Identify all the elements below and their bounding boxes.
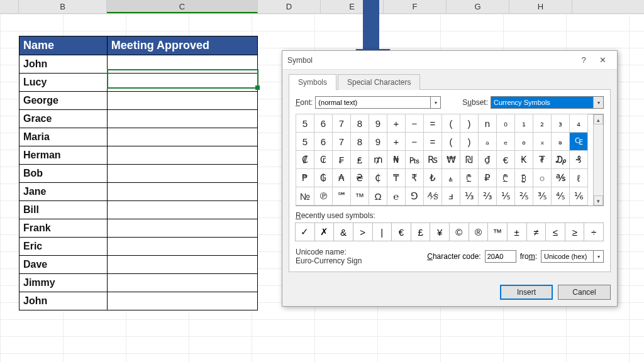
cell[interactable]: John bbox=[19, 292, 108, 310]
symbol-cell[interactable]: ₼ bbox=[441, 168, 460, 187]
col-F[interactable]: F bbox=[384, 0, 447, 13]
symbol-cell[interactable]: ⅖ bbox=[514, 187, 533, 206]
header-name[interactable]: Name bbox=[19, 36, 108, 55]
recent-symbol[interactable]: ÷ bbox=[584, 222, 604, 241]
symbol-cell[interactable]: ₮ bbox=[533, 150, 552, 169]
header-meeting[interactable]: Meeting Approved bbox=[107, 36, 257, 55]
symbol-cell[interactable]: − bbox=[405, 132, 424, 151]
symbol-cell[interactable]: ( bbox=[441, 114, 460, 133]
symbol-cell[interactable]: 9 bbox=[369, 114, 387, 133]
recent-symbol[interactable]: ¥ bbox=[430, 222, 450, 241]
cell[interactable]: John bbox=[19, 55, 108, 74]
symbol-cell[interactable]: + bbox=[387, 132, 406, 151]
symbol-cell[interactable]: 9 bbox=[369, 132, 387, 151]
from-select[interactable]: Unicode (hex) ▾ bbox=[541, 250, 604, 263]
symbol-cell[interactable]: + bbox=[387, 114, 406, 133]
cell[interactable] bbox=[107, 219, 257, 238]
dialog-titlebar[interactable]: Symbol ? ✕ bbox=[282, 51, 617, 70]
recent-symbol[interactable]: ® bbox=[469, 222, 489, 241]
cell[interactable] bbox=[107, 55, 257, 74]
cell[interactable]: Jimmy bbox=[19, 274, 108, 292]
symbol-cell[interactable]: ⅗ bbox=[533, 187, 552, 206]
symbol-cell[interactable]: ₫ bbox=[478, 150, 497, 169]
symbol-cell[interactable]: ₁ bbox=[514, 114, 533, 133]
table-row[interactable]: Jimmy bbox=[19, 274, 258, 292]
recent-symbol[interactable]: ± bbox=[507, 222, 527, 241]
subset-select[interactable]: Currency Symbols ▾ bbox=[491, 96, 604, 109]
symbol-cell[interactable]: ₃ bbox=[551, 114, 570, 133]
table-row[interactable]: John bbox=[19, 55, 258, 74]
cell[interactable] bbox=[107, 201, 257, 219]
scroll-down-icon[interactable]: ▾ bbox=[594, 195, 603, 206]
symbol-cell[interactable]: ₰ bbox=[569, 150, 588, 169]
symbol-cell[interactable]: ₽ bbox=[478, 168, 497, 187]
col-G[interactable]: G bbox=[447, 0, 509, 13]
cancel-button[interactable]: Cancel bbox=[558, 285, 611, 300]
cell[interactable] bbox=[107, 128, 257, 146]
table-row[interactable]: Eric bbox=[19, 238, 258, 256]
symbol-cell[interactable]: ₱ bbox=[296, 168, 314, 187]
symbol-cell[interactable]: ₳ bbox=[332, 168, 351, 187]
symbol-cell[interactable]: ( bbox=[441, 132, 460, 151]
recent-symbol[interactable]: & bbox=[333, 222, 353, 241]
cell[interactable]: Frank bbox=[19, 219, 108, 238]
symbol-cell[interactable]: ₔ bbox=[551, 132, 570, 151]
symbol-cell[interactable]: ₾ bbox=[460, 168, 479, 187]
recent-symbol[interactable]: ✓ bbox=[295, 222, 315, 241]
symbol-cell[interactable]: ₹ bbox=[405, 168, 424, 187]
symbol-cell[interactable]: ℮ bbox=[387, 187, 406, 206]
recent-symbol[interactable]: ≤ bbox=[545, 222, 565, 241]
symbol-cell[interactable]: ⅙ bbox=[569, 187, 588, 206]
symbol-cell[interactable]: ₩ bbox=[441, 150, 460, 169]
cell[interactable] bbox=[107, 146, 257, 165]
col-C[interactable]: C bbox=[107, 0, 258, 13]
symbol-cell[interactable]: ℠ bbox=[332, 187, 351, 206]
symbol-cell[interactable]: ₧ bbox=[405, 150, 424, 169]
table-row[interactable]: Herman bbox=[19, 146, 258, 165]
symbol-cell[interactable]: ) bbox=[460, 114, 479, 133]
symbol-cell[interactable]: ₵ bbox=[369, 168, 387, 187]
table-row[interactable]: George bbox=[19, 92, 258, 110]
symbol-cell[interactable]: ℓ bbox=[569, 168, 588, 187]
cell[interactable]: Maria bbox=[19, 128, 108, 146]
symbol-grid-scrollbar[interactable]: ▴ ▾ bbox=[593, 114, 603, 206]
cell[interactable] bbox=[107, 292, 257, 310]
cell[interactable] bbox=[107, 238, 257, 256]
symbol-cell[interactable]: 5 bbox=[296, 132, 314, 151]
symbol-cell[interactable]: 5 bbox=[296, 114, 314, 133]
symbol-cell[interactable]: ₀ bbox=[496, 114, 515, 133]
table-row[interactable]: Jane bbox=[19, 183, 258, 201]
symbol-cell[interactable]: ₐ bbox=[478, 132, 497, 151]
cell[interactable]: George bbox=[19, 92, 108, 110]
symbol-cell[interactable]: ₂ bbox=[533, 114, 552, 133]
cell[interactable]: Herman bbox=[19, 146, 108, 165]
symbol-cell[interactable]: 8 bbox=[350, 114, 369, 133]
insert-button[interactable]: Insert bbox=[500, 285, 553, 300]
symbol-cell[interactable]: ₲ bbox=[314, 168, 333, 187]
symbol-cell[interactable]: ⅔ bbox=[478, 187, 497, 206]
table-row[interactable]: Maria bbox=[19, 128, 258, 146]
table-row[interactable]: John bbox=[19, 292, 258, 310]
scroll-up-icon[interactable]: ▴ bbox=[594, 114, 603, 124]
symbol-cell[interactable]: ₭ bbox=[514, 150, 533, 169]
chevron-down-icon[interactable]: ▾ bbox=[430, 97, 440, 108]
symbol-cell[interactable]: 8 bbox=[350, 132, 369, 151]
chevron-down-icon[interactable]: ▾ bbox=[593, 251, 603, 262]
col-D[interactable]: D bbox=[258, 0, 321, 13]
symbol-cell[interactable]: ○ bbox=[533, 168, 552, 187]
cell[interactable]: Grace bbox=[19, 110, 108, 128]
symbol-cell[interactable]: ℗ bbox=[314, 187, 333, 206]
symbol-cell[interactable]: ₥ bbox=[369, 150, 387, 169]
cell[interactable]: Bob bbox=[19, 165, 108, 183]
symbol-cell[interactable]: ⅁ bbox=[405, 187, 424, 206]
symbol-cell[interactable]: ₡ bbox=[296, 150, 314, 169]
symbol-cell[interactable]: − bbox=[405, 114, 424, 133]
symbol-cell[interactable]: € bbox=[496, 150, 515, 169]
table-row[interactable]: Lucy bbox=[19, 74, 258, 92]
cell[interactable] bbox=[107, 183, 257, 201]
cell[interactable]: Lucy bbox=[19, 74, 108, 92]
symbol-cell[interactable]: = bbox=[423, 132, 442, 151]
symbol-cell[interactable]: ™ bbox=[350, 187, 369, 206]
symbol-cell[interactable]: ₿ bbox=[514, 168, 533, 187]
symbol-cell[interactable]: ⅍ bbox=[423, 187, 442, 206]
